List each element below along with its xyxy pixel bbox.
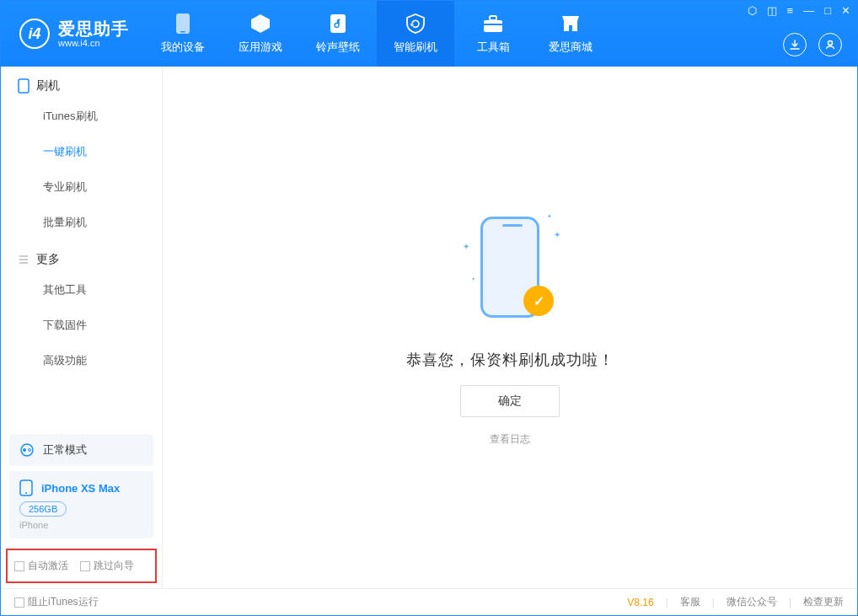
sidebar-item-oneclick-flash[interactable]: 一键刷机 [1,134,162,169]
checkbox-icon [14,561,24,571]
tab-my-device[interactable]: 我的设备 [144,1,222,67]
mode-box[interactable]: 正常模式 [9,434,153,466]
footer-link-support[interactable]: 客服 [680,595,700,609]
user-button[interactable] [818,33,842,56]
download-icon [789,39,801,51]
svg-point-8 [829,41,833,46]
sidebar-item-download-fw[interactable]: 下载固件 [1,308,162,343]
cube-icon [249,13,271,35]
download-button[interactable] [783,33,807,56]
svg-rect-3 [484,20,502,32]
sidebar-item-batch-flash[interactable]: 批量刷机 [1,205,162,240]
mode-label: 正常模式 [43,442,87,458]
tab-label: 工具箱 [477,40,510,55]
tab-label: 应用游戏 [239,40,282,55]
block-itunes-checkbox[interactable]: 阻止iTunes运行 [14,595,99,609]
tab-store[interactable]: 爱思商城 [532,1,609,67]
ok-button[interactable]: 确定 [460,385,560,417]
music-file-icon [327,13,349,35]
close-button[interactable]: ✕ [841,4,850,17]
group-title: 更多 [36,252,60,267]
brand-name: 爱思助手 [58,19,129,38]
group-title: 刷机 [36,78,60,94]
svg-rect-9 [19,79,29,93]
maximize-button[interactable]: □ [824,4,831,17]
tab-ringtone[interactable]: 铃声壁纸 [299,1,377,67]
svg-point-11 [23,448,26,452]
sidebar-group-flash: 刷机 [1,67,162,99]
tab-label: 铃声壁纸 [316,40,360,55]
device-box[interactable]: iPhone XS Max 256GB iPhone [9,471,153,538]
shirt-icon[interactable]: ⬡ [748,4,757,17]
toolbox-icon [482,13,504,35]
sidebar-item-itunes-flash[interactable]: iTunes刷机 [1,99,162,134]
svg-rect-5 [484,24,502,25]
footer: 阻止iTunes运行 V8.16 | 客服 | 微信公众号 | 检查更新 [1,588,857,615]
svg-rect-0 [176,13,190,34]
shield-refresh-icon [405,13,426,35]
skip-guide-checkbox[interactable]: 跳过向导 [80,559,134,573]
svg-rect-4 [490,16,496,20]
list-icon [18,254,29,265]
success-illustration: ✦ ✦ ✦ ✦ ✓ [459,208,560,335]
user-icon [824,39,836,51]
success-message: 恭喜您，保资料刷机成功啦！ [406,350,614,370]
main-tabs: 我的设备 应用游戏 铃声壁纸 智能刷机 工具箱 爱思商城 [144,1,609,67]
checkbox-label: 自动激活 [28,559,68,573]
sidebar-group-more: 更多 [1,240,162,272]
window-controls: ⬡ ◫ ≡ — □ ✕ [748,4,850,17]
main-content: ✦ ✦ ✦ ✦ ✓ 恭喜您，保资料刷机成功啦！ 确定 查看日志 [163,67,857,588]
sidebar-item-other-tools[interactable]: 其他工具 [1,272,162,308]
checkbox-label: 阻止iTunes运行 [28,595,99,609]
tab-label: 智能刷机 [394,40,437,55]
tab-toolbox[interactable]: 工具箱 [454,1,532,67]
svg-point-12 [29,449,31,452]
device-type: iPhone [19,520,143,530]
storage-badge: 256GB [19,501,67,517]
options-row: 自动激活 跳过向导 [6,549,157,583]
footer-link-wechat[interactable]: 微信公众号 [727,595,777,609]
checkbox-icon [14,597,24,608]
header-right [783,33,842,56]
store-icon [560,13,582,35]
checkbox-label: 跳过向导 [94,559,134,573]
auto-activate-checkbox[interactable]: 自动激活 [14,559,68,573]
checkbox-icon [80,561,90,571]
device-name: iPhone XS Max [41,482,120,495]
minimize-button[interactable]: — [803,4,814,17]
brand-sub: www.i4.cn [58,38,129,48]
menu-icon[interactable]: ≡ [787,4,794,17]
version-label: V8.16 [627,597,653,608]
tab-apps[interactable]: 应用游戏 [222,1,299,67]
svg-point-14 [25,492,27,494]
check-icon: ✓ [523,286,554,316]
tab-label: 我的设备 [161,40,205,55]
body: 刷机 iTunes刷机 一键刷机 专业刷机 批量刷机 更多 其他工具 下载固件 … [1,67,857,588]
tab-label: 爱思商城 [549,40,593,55]
sidebar-item-advanced[interactable]: 高级功能 [1,343,162,378]
view-log-link[interactable]: 查看日志 [490,432,530,447]
footer-link-update[interactable]: 检查更新 [803,595,844,609]
tab-flash[interactable]: 智能刷机 [377,1,454,67]
sidebar-item-pro-flash[interactable]: 专业刷机 [1,169,162,205]
mode-icon [19,442,35,458]
phone-icon [18,78,29,94]
svg-rect-7 [569,25,572,31]
sidebar: 刷机 iTunes刷机 一键刷机 专业刷机 批量刷机 更多 其他工具 下载固件 … [1,67,163,588]
svg-rect-1 [180,31,185,33]
logo-icon: i4 [19,19,50,49]
device-icon [172,13,194,35]
header: i4 爱思助手 www.i4.cn 我的设备 应用游戏 铃声壁纸 智能刷机 工具… [1,1,857,67]
logo[interactable]: i4 爱思助手 www.i4.cn [1,1,144,67]
device-icon [19,479,33,496]
lock-icon[interactable]: ◫ [767,4,777,17]
